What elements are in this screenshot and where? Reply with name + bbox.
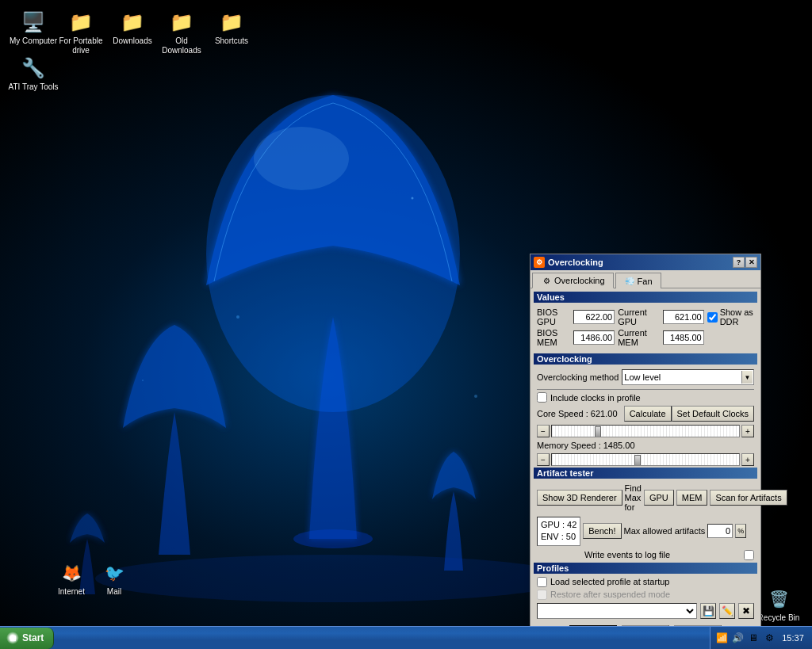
dialog-body: Values BIOS GPU Current GPU Show as DDR …	[530, 288, 760, 626]
max-artifacts-label: Max allowed artifacts	[624, 526, 706, 536]
overclocking-dialog: ⚙ Overclocking ? ✕ ⚙ Overclocking 💨 Fan …	[530, 254, 761, 626]
profile-delete-button[interactable]: ✖	[738, 603, 754, 619]
memory-slider-row: − +	[534, 452, 757, 467]
overclocking-tab-icon: ⚙	[541, 275, 552, 286]
dialog-action-buttons: Ok Cancel Apply	[534, 620, 757, 626]
current-gpu-input[interactable]	[663, 310, 704, 324]
include-clocks-checkbox[interactable]	[537, 392, 547, 403]
show-ddr-label: Show as DDR	[720, 307, 754, 326]
desktop-icon-my-computer[interactable]: 🖥️ My Computer	[6, 8, 60, 48]
profile-dropdown[interactable]	[537, 603, 697, 619]
load-startup-row: Load selected profile at startup	[537, 577, 754, 587]
mail-icon: 🐦	[102, 560, 127, 586]
restore-suspended-row: Restore after suspended mode	[537, 590, 754, 600]
env-value-display: ENV : 50	[541, 531, 576, 543]
write-events-row: Write events to log file	[534, 549, 757, 561]
load-startup-checkbox[interactable]	[537, 577, 547, 587]
tray-sound-icon: 🔊	[731, 632, 744, 644]
bios-gpu-input[interactable]	[573, 310, 615, 324]
core-slider-track[interactable]	[551, 425, 740, 437]
taskbar-tray: 📶 🔊 🖥 ⚙ 15:37	[710, 627, 812, 649]
shortcuts-icon: 📁	[219, 10, 244, 35]
tab-fan[interactable]: 💨 Fan	[615, 273, 661, 288]
tray-network-icon: 📶	[715, 632, 728, 644]
bench-button[interactable]: Bench!	[583, 523, 621, 539]
start-label: Start	[22, 632, 44, 643]
shortcuts-label: Shortcuts	[215, 36, 248, 46]
gpu-value-display: GPU : 42	[541, 519, 576, 531]
artifact-section-header: Artifact tester	[534, 468, 757, 479]
desktop-icon-ati-tray-tools[interactable]: 🔧 ATI Tray Tools	[6, 54, 60, 94]
profile-save-button[interactable]: 💾	[700, 603, 716, 619]
gpu-button[interactable]: GPU	[644, 490, 674, 506]
write-events-checkbox[interactable]	[744, 550, 754, 560]
core-slider-minus[interactable]: −	[537, 425, 550, 437]
desktop-icon-shortcuts[interactable]: 📁 Shortcuts	[205, 8, 259, 48]
profile-select-row: 💾 ✏️ ✖	[534, 602, 757, 620]
show-ddr-checkbox[interactable]	[707, 312, 718, 323]
svg-point-6	[412, 197, 414, 200]
old-downloads-icon: 📁	[169, 10, 194, 35]
taskbar: ⊞ Start 📶 🔊 🖥 ⚙ 15:37	[0, 626, 812, 649]
dialog-title-icon: ⚙	[534, 257, 545, 268]
scan-artifacts-button[interactable]: Scan for Artifacts	[710, 490, 787, 506]
core-speed-label: Core Speed : 621.00	[537, 409, 624, 418]
memory-slider-plus[interactable]: +	[741, 453, 754, 466]
desktop-icon-portable-drive[interactable]: 📁 For Portable drive	[54, 8, 108, 57]
internet-label: Internet	[58, 587, 85, 597]
profiles-section-header: Profiles	[534, 563, 757, 574]
restore-suspended-checkbox[interactable]	[537, 590, 547, 600]
desktop-icon-mail[interactable]: 🐦 Mail	[87, 559, 141, 598]
bios-mem-input[interactable]	[573, 330, 615, 345]
current-mem-input[interactable]	[663, 330, 704, 345]
profile-rename-button[interactable]: ✏️	[719, 603, 735, 619]
help-button[interactable]: ?	[733, 257, 745, 268]
desktop-icon-downloads[interactable]: 📁 Downloads	[105, 8, 159, 48]
tray-gear-icon: ⚙	[763, 632, 776, 644]
max-artifacts-input[interactable]	[707, 524, 733, 538]
method-dropdown[interactable]: Low level High level None	[622, 369, 754, 385]
desktop-icon-old-downloads[interactable]: 📁 Old Downloads	[155, 8, 209, 57]
my-computer-icon: 🖥️	[21, 10, 46, 35]
write-events-label: Write events to log file	[537, 550, 741, 559]
memory-speed-row: Memory Speed : 1485.00	[534, 440, 757, 451]
include-clocks-label: Include clocks in profile	[550, 393, 641, 403]
values-section-header: Values	[534, 292, 757, 303]
core-slider-plus[interactable]: +	[741, 425, 754, 437]
svg-point-5	[236, 315, 239, 319]
tab-overclocking[interactable]: ⚙ Overclocking	[532, 273, 614, 288]
find-max-for-label: Find Max for	[625, 483, 642, 512]
method-dropdown-wrapper: Low level High level None ▼	[622, 369, 754, 385]
dialog-titlebar: ⚙ Overclocking ? ✕	[530, 254, 760, 270]
artifact-values-row: GPU : 42 ENV : 50 Bench! Max allowed art…	[534, 515, 757, 548]
start-button[interactable]: ⊞ Start	[0, 628, 54, 649]
downloads-icon: 📁	[120, 10, 145, 35]
dialog-title-buttons: ? ✕	[733, 257, 757, 268]
portable-drive-label: For Portable drive	[59, 36, 102, 55]
tray-display-icon: 🖥	[747, 632, 760, 644]
include-clocks-row: Include clocks in profile	[537, 392, 754, 403]
method-row: Overclocking method Low level High level…	[534, 368, 757, 387]
svg-point-4	[95, 555, 571, 602]
downloads-label: Downloads	[113, 36, 151, 46]
gpu-env-display: GPU : 42 ENV : 50	[537, 517, 580, 546]
artifact-buttons-row: Show 3D Renderer Find Max for GPU MEM Sc…	[534, 482, 757, 513]
windows-logo: ⊞	[6, 632, 19, 644]
svg-point-8	[474, 395, 477, 398]
current-gpu-label: Current GPU	[618, 307, 660, 326]
dialog-tabs: ⚙ Overclocking 💨 Fan	[530, 270, 760, 288]
percent-spinner[interactable]: %	[735, 524, 746, 538]
old-downloads-label: Old Downloads	[156, 36, 207, 55]
bios-gpu-label: BIOS GPU	[537, 307, 570, 326]
memory-slider-track[interactable]	[551, 453, 740, 466]
mem-button[interactable]: MEM	[676, 490, 708, 506]
close-button[interactable]: ✕	[745, 257, 757, 268]
calculate-button[interactable]: Calculate	[624, 406, 672, 422]
ati-tray-tools-icon: 🔧	[21, 55, 46, 81]
memory-slider-minus[interactable]: −	[537, 453, 550, 466]
show-ddr-row: Show as DDR	[707, 307, 754, 326]
show-3d-renderer-button[interactable]: Show 3D Renderer	[537, 490, 622, 506]
set-default-clocks-button[interactable]: Set Default Clocks	[672, 406, 754, 422]
overclocking-section-header: Overclocking	[534, 353, 757, 365]
overclocking-tab-label: Overclocking	[554, 276, 605, 285]
